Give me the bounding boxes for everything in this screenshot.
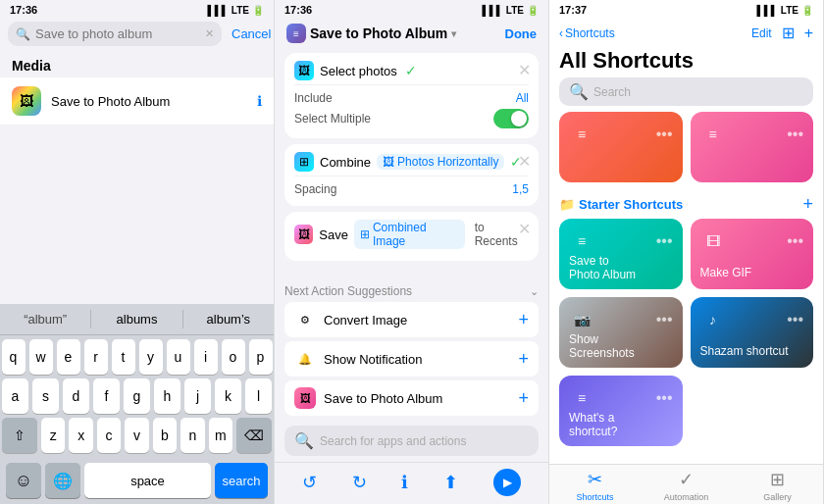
- key-f[interactable]: f: [93, 378, 120, 414]
- time-1: 17:36: [10, 4, 37, 16]
- status-bar-1: 17:36 ▌▌▌ LTE 🔋: [0, 0, 274, 18]
- key-i[interactable]: i: [194, 339, 218, 375]
- include-value[interactable]: All: [516, 91, 529, 105]
- key-z[interactable]: z: [41, 418, 65, 453]
- key-k[interactable]: k: [215, 378, 241, 414]
- search-apps-icon: 🔍: [294, 431, 314, 450]
- key-emoji[interactable]: ☺: [6, 463, 41, 498]
- key-row-1: q w e r t y u i o p: [2, 339, 272, 375]
- suggestion-convert-add[interactable]: +: [518, 310, 529, 330]
- key-delete[interactable]: ⌫: [236, 418, 272, 453]
- search-bar[interactable]: 🔍 ✕: [8, 22, 222, 46]
- step-combine-chip[interactable]: 🖼 Photos Horizontally: [377, 154, 504, 170]
- key-search[interactable]: search: [215, 463, 268, 498]
- starter-more-2[interactable]: •••: [656, 311, 673, 328]
- step-select-multiple-row: Select Multiple: [294, 107, 529, 130]
- starter-more-0[interactable]: •••: [656, 232, 673, 250]
- key-d[interactable]: d: [63, 378, 89, 414]
- add-shortcut-button[interactable]: +: [804, 25, 813, 42]
- starter-tile-4[interactable]: ≡ ••• What's ashortcut?: [559, 376, 683, 446]
- suggestion-notification-text: Show Notification: [324, 352, 422, 367]
- tab-shortcuts[interactable]: ✂ Shortcuts: [549, 469, 641, 502]
- done-button[interactable]: Done: [505, 26, 538, 41]
- cancel-button[interactable]: Cancel: [228, 26, 271, 41]
- result-info-icon[interactable]: ℹ: [257, 93, 262, 109]
- shortcut-tile-1[interactable]: ≡ •••: [691, 112, 814, 182]
- key-h[interactable]: h: [154, 378, 180, 414]
- edit-button[interactable]: Edit: [751, 26, 772, 40]
- keyboard-rows: q w e r t y u i o p a s d f g h j k: [0, 335, 274, 459]
- toolbar-info-icon[interactable]: ℹ: [401, 472, 408, 493]
- tab-gallery[interactable]: ⊞ Gallery: [732, 469, 823, 502]
- key-o[interactable]: o: [222, 339, 245, 375]
- key-s[interactable]: s: [32, 378, 59, 414]
- step-select-photos: 🖼 Select photos ✓ ✕ Include All Select M…: [284, 53, 539, 138]
- toolbar-share-icon[interactable]: ⬆: [443, 472, 458, 493]
- toolbar-play-button[interactable]: ▶: [493, 469, 521, 496]
- suggestion-show-notification[interactable]: 🔔 Show Notification +: [284, 341, 539, 377]
- key-p[interactable]: p: [249, 339, 273, 375]
- suggestion-album-add[interactable]: +: [518, 388, 529, 409]
- key-a[interactable]: a: [2, 378, 28, 414]
- suggestion-convert-image[interactable]: ⚙ Convert Image +: [284, 302, 539, 337]
- starter-tile-0[interactable]: ≡ ••• Save toPhoto Album: [559, 219, 683, 289]
- suggestion-notification-add[interactable]: +: [518, 349, 529, 370]
- step-remove-3[interactable]: ✕: [518, 220, 531, 238]
- key-e[interactable]: e: [57, 339, 80, 375]
- key-l[interactable]: l: [245, 378, 272, 414]
- key-g[interactable]: g: [124, 378, 150, 414]
- tab-automation[interactable]: ✓ Automation: [641, 469, 732, 502]
- clear-icon[interactable]: ✕: [205, 27, 214, 40]
- suggestion-albums-possessive[interactable]: album’s: [183, 310, 274, 328]
- tile-more-0[interactable]: •••: [656, 126, 673, 143]
- search-apps-bar[interactable]: 🔍 Search for apps and actions: [284, 426, 539, 456]
- key-c[interactable]: c: [97, 418, 121, 453]
- status-bar-2: 17:36 ▌▌▌ LTE 🔋: [275, 0, 548, 18]
- key-u[interactable]: u: [167, 339, 190, 375]
- starter-tile-2[interactable]: 📷 ••• ShowScreenshots: [559, 297, 683, 368]
- key-w[interactable]: w: [29, 339, 53, 375]
- key-v[interactable]: v: [125, 418, 148, 453]
- include-label: Include: [294, 91, 333, 105]
- starter-add-button[interactable]: +: [802, 194, 813, 215]
- toolbar-redo-icon[interactable]: ↻: [352, 472, 367, 493]
- key-q[interactable]: q: [2, 339, 26, 375]
- starter-more-4[interactable]: •••: [656, 389, 673, 407]
- key-x[interactable]: x: [69, 418, 92, 453]
- key-b[interactable]: b: [153, 418, 177, 453]
- step-remove-1[interactable]: ✕: [518, 61, 531, 79]
- shortcut-tile-0[interactable]: ≡ •••: [559, 112, 683, 182]
- starter-more-1[interactable]: •••: [787, 232, 803, 250]
- starter-tile-top-0: ≡ •••: [569, 228, 673, 254]
- key-t[interactable]: t: [112, 339, 135, 375]
- starter-tile-1[interactable]: 🎞 ••• Make GIF: [691, 219, 814, 289]
- key-n[interactable]: n: [180, 418, 204, 453]
- search-input[interactable]: [35, 26, 200, 41]
- suggestion-save-album[interactable]: 🖼 Save to Photo Album +: [284, 380, 539, 416]
- key-y[interactable]: y: [139, 339, 163, 375]
- spacing-value[interactable]: 1,5: [512, 182, 529, 196]
- grid-icon[interactable]: ⊞: [782, 24, 795, 42]
- step-combine-photos: ⊞ Combine 🖼 Photos Horizontally ✓ ✕ Spac…: [284, 144, 539, 206]
- select-multiple-toggle[interactable]: [493, 109, 529, 128]
- shortcuts-search-bar[interactable]: 🔍 Search: [559, 77, 813, 106]
- key-space[interactable]: space: [84, 463, 211, 498]
- starter-icon-2: 📷: [569, 307, 594, 332]
- suggestion-quoted-album[interactable]: “album”: [0, 310, 91, 328]
- toolbar-undo-icon[interactable]: ↺: [302, 472, 317, 493]
- signal-1: ▌▌▌: [208, 5, 229, 16]
- suggestion-albums[interactable]: albums: [91, 310, 182, 328]
- tile-more-1[interactable]: •••: [787, 126, 803, 143]
- key-r[interactable]: r: [84, 339, 108, 375]
- step-remove-2[interactable]: ✕: [518, 152, 531, 171]
- starter-more-3[interactable]: •••: [787, 311, 803, 328]
- step-save-chip[interactable]: ⊞ Combined Image: [354, 220, 465, 249]
- key-m[interactable]: m: [209, 418, 232, 453]
- result-item[interactable]: 🖼 Save to Photo Album ℹ: [0, 77, 274, 126]
- key-shift[interactable]: ⇧: [2, 418, 37, 453]
- step-combine-title: Combine: [320, 155, 371, 170]
- key-j[interactable]: j: [184, 378, 211, 414]
- key-globe[interactable]: 🌐: [45, 463, 80, 498]
- back-button[interactable]: ‹ Shortcuts: [559, 26, 615, 40]
- starter-tile-3[interactable]: ♪ ••• Shazam shortcut: [691, 297, 814, 368]
